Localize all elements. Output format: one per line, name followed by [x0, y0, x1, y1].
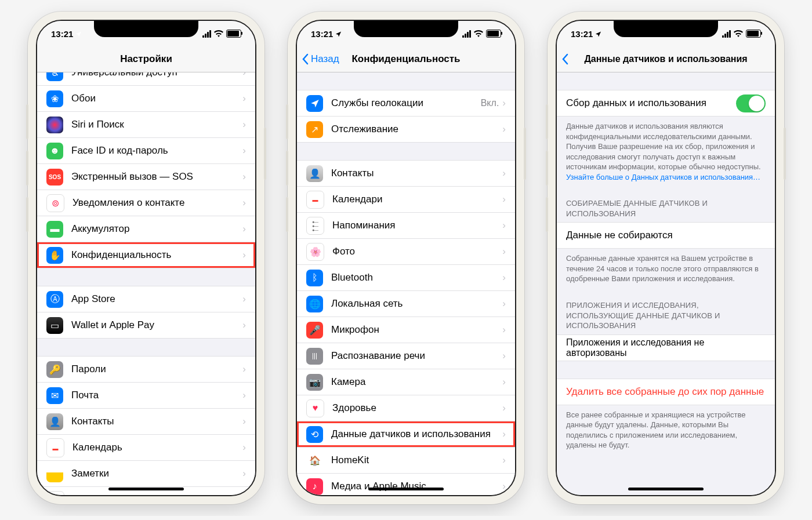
cellular-icon — [722, 30, 731, 38]
chevron-right-icon: › — [502, 168, 506, 179]
row-research-sensor[interactable]: ⟲ Данные датчиков и использования › — [297, 421, 515, 448]
chevron-right-icon: › — [242, 319, 246, 331]
wifi-icon — [734, 29, 743, 39]
row-wallpaper[interactable]: ❀ Обои › — [37, 86, 255, 112]
privacy-list[interactable]: Службы геолокации Вкл. › ↗ Отслеживание … — [297, 72, 515, 495]
row-siri[interactable]: Siri и Поиск › — [37, 112, 255, 138]
row-calendars[interactable]: ▬ Календари › — [297, 187, 515, 213]
row-passwords[interactable]: 🔑 Пароли › — [37, 356, 255, 383]
row-collection-toggle[interactable]: Сбор данных и использования — [557, 90, 775, 117]
chevron-right-icon: › — [502, 454, 506, 466]
sensor-settings[interactable]: Сбор данных и использования Данные датчи… — [557, 72, 775, 495]
chevron-right-icon: › — [242, 171, 246, 183]
mic-icon: 🎤 — [306, 322, 323, 339]
chevron-right-icon: › — [242, 197, 246, 209]
key-icon: 🔑 — [46, 361, 63, 378]
chevron-right-icon: › — [502, 481, 506, 492]
row-faceid[interactable]: ☻ Face ID и код-пароль › — [37, 138, 255, 164]
sensor-data-icon: ⟲ — [306, 426, 323, 443]
chevron-right-icon: › — [242, 494, 246, 495]
globe-icon: 🌐 — [306, 296, 323, 312]
status-time: 13:21 — [311, 29, 333, 39]
location-arrow-icon — [335, 29, 342, 39]
chevron-right-icon: › — [242, 293, 246, 305]
chevron-right-icon: › — [242, 363, 246, 375]
location-arrow-icon — [595, 29, 601, 39]
row-reminders[interactable]: ●—●—●— Напоминания › — [297, 213, 515, 239]
row-notes[interactable]: Заметки › — [37, 461, 255, 487]
status-time: 13:21 — [571, 29, 593, 39]
row-wallet[interactable]: ▭ Wallet и Apple Pay › — [37, 312, 255, 339]
waveform-icon: ⫼ — [306, 348, 323, 365]
screen-sensor-data: 13:21 Данные датчиков и использования Сб… — [556, 20, 776, 496]
row-contacts[interactable]: 👤 Контакты › — [37, 409, 255, 435]
calendar-icon: ▬ — [46, 438, 64, 457]
phone-3: 13:21 Данные датчиков и использования Сб… — [548, 12, 784, 504]
page-title: Настройки — [120, 53, 172, 65]
chevron-right-icon: › — [502, 402, 506, 414]
delete-all-data-button[interactable]: Удалить все собранные до сих пор данные — [557, 379, 775, 405]
home-indicator[interactable] — [368, 488, 444, 490]
faceid-icon: ☻ — [46, 143, 63, 159]
chevron-right-icon: › — [502, 194, 506, 205]
chevron-right-icon: › — [242, 223, 246, 235]
row-microphone[interactable]: 🎤 Микрофон › — [297, 317, 515, 343]
location-icon — [306, 95, 323, 112]
chevron-right-icon: › — [502, 376, 506, 388]
chevron-right-icon: › — [502, 272, 506, 283]
chevron-right-icon: › — [502, 97, 506, 109]
row-no-apps-authorized: Приложения и исследования не авторизован… — [557, 334, 775, 361]
home-indicator[interactable] — [628, 488, 704, 490]
chevron-right-icon: › — [242, 390, 246, 401]
chevron-right-icon: › — [242, 416, 246, 427]
footer-storage: Собранные данные хранятся на Вашем устро… — [557, 249, 775, 284]
heart-icon: ♥ — [306, 399, 324, 417]
row-tracking[interactable]: ↗ Отслеживание › — [297, 117, 515, 143]
row-health[interactable]: ♥ Здоровье › — [297, 395, 515, 421]
row-speech[interactable]: ⫼ Распознавание речи › — [297, 343, 515, 369]
navbar: Данные датчиков и использования — [557, 46, 775, 72]
chevron-right-icon: › — [502, 428, 506, 440]
back-button[interactable] — [561, 53, 571, 65]
cellular-icon — [462, 30, 471, 38]
row-local-network[interactable]: 🌐 Локальная сеть › — [297, 291, 515, 317]
learn-more-link[interactable]: Узнайте больше о Данных датчиков и испол… — [566, 173, 760, 181]
row-photos[interactable]: 🌸 Фото › — [297, 239, 515, 265]
row-contacts[interactable]: 👤 Контакты › — [297, 160, 515, 187]
photos-icon: 🌸 — [306, 243, 324, 261]
chevron-right-icon: › — [502, 246, 506, 257]
toggle-switch[interactable] — [736, 94, 766, 112]
wifi-icon — [214, 29, 223, 39]
notes-icon — [46, 466, 63, 482]
page-title: Конфиденциальность — [351, 53, 460, 65]
notch — [354, 21, 458, 37]
wallpaper-icon: ❀ — [46, 90, 63, 107]
row-exposure[interactable]: ⊚ Уведомления о контакте › — [37, 190, 255, 216]
back-button[interactable]: Назад — [302, 53, 339, 65]
row-location-services[interactable]: Службы геолокации Вкл. › — [297, 90, 515, 117]
settings-list[interactable]: ♿︎ Универсальный доступ › ❀ Обои › Siri … — [37, 72, 255, 495]
row-battery[interactable]: ▬ Аккумулятор › — [37, 216, 255, 242]
row-bluetooth[interactable]: ᛒ Bluetooth › — [297, 265, 515, 291]
screen-settings: 13:21 Настройки ♿︎ Универсальный доступ … — [36, 20, 256, 496]
chevron-right-icon: › — [242, 72, 246, 78]
row-appstore[interactable]: Ⓐ App Store › — [37, 286, 255, 312]
battery-settings-icon: ▬ — [46, 221, 63, 238]
home-icon: 🏠 — [306, 452, 323, 469]
row-privacy[interactable]: ✋ Конфиденциальность › — [37, 242, 255, 268]
reminders-icon: ●—●—●— — [46, 491, 64, 496]
chevron-right-icon: › — [502, 220, 506, 231]
row-mail[interactable]: ✉︎ Почта › — [37, 383, 255, 409]
row-homekit[interactable]: 🏠 HomeKit › — [297, 448, 515, 474]
row-sos[interactable]: SOS Экстренный вызов — SOS › — [37, 164, 255, 190]
siri-icon — [46, 117, 63, 133]
row-camera[interactable]: 📷 Камера › — [297, 369, 515, 395]
row-universal-access[interactable]: ♿︎ Универсальный доступ › — [37, 72, 255, 86]
chevron-right-icon: › — [242, 145, 246, 157]
home-indicator[interactable] — [108, 488, 184, 490]
section-header-collected: СОБИРАЕМЫЕ ДАННЫЕ ДАТЧИКОВ И ИСПОЛЬЗОВАН… — [557, 195, 775, 222]
row-calendar[interactable]: ▬ Календарь › — [37, 435, 255, 461]
battery-icon — [226, 30, 241, 38]
cellular-icon — [202, 30, 211, 38]
row-media[interactable]: ♪ Медиа и Apple Music › — [297, 474, 515, 495]
